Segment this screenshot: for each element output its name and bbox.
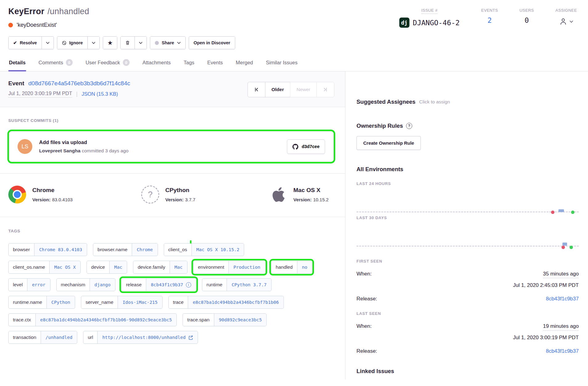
- newer-event-button[interactable]: Newer: [290, 82, 317, 97]
- stat-assignee: ASSIGNEE: [555, 8, 577, 28]
- commit-meta: committed 3 days ago: [82, 148, 129, 153]
- event-label: Event: [8, 80, 24, 86]
- tab-user-feedback[interactable]: User Feedback0: [85, 59, 130, 71]
- tag-value[interactable]: Mac OS X 10.15.2: [191, 243, 244, 256]
- tag-value[interactable]: http://localhost:8000/unhandled: [97, 331, 198, 344]
- assignee-selector[interactable]: [559, 16, 573, 26]
- share-button[interactable]: Share: [150, 37, 185, 49]
- create-ownership-rule-button[interactable]: Create Ownership Rule: [356, 136, 421, 150]
- tab-comments[interactable]: Comments0: [38, 59, 73, 71]
- issue-header: KeyError/unhandled 'keyDoesntExist' ISSU…: [0, 0, 588, 49]
- tag-trace: tracee8c87ba1dc494bb2a4346bcfbf7b1b06: [168, 296, 284, 309]
- ignore-dropdown-button[interactable]: [87, 37, 99, 49]
- last-seen-label: LAST SEEN: [356, 311, 579, 316]
- last-24-hours-label: LAST 24 HOURS: [356, 181, 579, 186]
- tag-value[interactable]: Idos-iMac-215: [118, 296, 162, 308]
- tag-value[interactable]: django: [90, 279, 115, 291]
- delete-button[interactable]: [121, 37, 135, 49]
- tag-value[interactable]: Production: [228, 261, 265, 273]
- resolve-button[interactable]: ✔ Resolve: [9, 37, 42, 49]
- sparkline-baseline: [356, 211, 579, 212]
- linked-issues-heading: Linked Issues: [356, 368, 579, 375]
- tag-key: release: [122, 279, 146, 291]
- tag-runtime.name: runtime.nameCPython: [8, 296, 75, 309]
- bookmark-star-button[interactable]: ★: [103, 37, 117, 49]
- tag-value[interactable]: Chrome 83.0.4103: [34, 243, 87, 256]
- page-title: KeyError/unhandled: [8, 7, 89, 16]
- older-event-button[interactable]: Older: [265, 82, 290, 97]
- help-icon[interactable]: ?: [406, 123, 412, 129]
- last-seen-section: LAST SEEN When: 19 minutes ago Jul 1, 20…: [356, 311, 579, 354]
- tag-server_name: server_nameIdos-iMac-215: [81, 296, 163, 309]
- tag-value[interactable]: 90d892c9eace3bc5: [214, 314, 267, 326]
- sidebar: Suggested Assignees Click to assign Owne…: [345, 71, 588, 380]
- release-label: Release:: [356, 296, 377, 302]
- tab-merged[interactable]: Merged: [235, 59, 254, 71]
- tag-value[interactable]: Mac: [109, 261, 127, 273]
- resolve-dropdown-button[interactable]: [42, 37, 54, 49]
- tag-trace.span: trace.span90d892c9eace3bc5: [183, 313, 267, 326]
- chevron-down-icon: [139, 42, 143, 44]
- tab-attachments[interactable]: Attachments: [142, 59, 171, 71]
- tab-details[interactable]: Details: [8, 59, 26, 71]
- newest-event-button[interactable]: [316, 82, 334, 97]
- tag-value[interactable]: CPython 3.7.7: [227, 279, 271, 291]
- share-status-dot-icon: [155, 41, 159, 45]
- version-value: 3.7.7: [185, 197, 195, 202]
- context-name: Chrome: [32, 187, 73, 194]
- last-seen-relative-time: 19 minutes ago: [543, 323, 579, 331]
- tag-value[interactable]: no: [297, 261, 312, 273]
- tag-key: runtime: [202, 279, 227, 291]
- stat-events: EVENTS 2: [481, 8, 498, 28]
- tag-value[interactable]: e8c87ba1dc494bb2a4346bcfbf7b1b06: [188, 296, 283, 308]
- tab-label: Events: [207, 60, 223, 66]
- ignore-label: Ignore: [69, 40, 83, 45]
- tag-key: device.family: [133, 261, 170, 273]
- tag-key: transaction: [9, 331, 41, 344]
- first-seen-release-link[interactable]: 8cb43f1c9b37: [546, 296, 579, 302]
- commit-sha-button[interactable]: d3d7cee: [287, 139, 325, 154]
- tag-value[interactable]: /unhandled: [41, 331, 77, 344]
- events-count[interactable]: 2: [487, 16, 492, 24]
- tag-value[interactable]: Mac OS X: [49, 261, 80, 273]
- tag-value[interactable]: 8cb43f1c9b37i: [146, 279, 196, 291]
- tag-value[interactable]: e8c87ba1dc494bb2a4346bcfbf7b1b06-90d892c…: [35, 314, 177, 326]
- issue-number-label: ISSUE #: [421, 8, 438, 14]
- last-seen-marker-icon: [570, 246, 573, 249]
- tag-value[interactable]: Mac: [170, 261, 187, 273]
- open-in-discover-button[interactable]: Open in Discover: [189, 37, 235, 49]
- tab-events[interactable]: Events: [207, 59, 223, 71]
- users-count[interactable]: 0: [525, 16, 529, 24]
- tag-value[interactable]: error: [27, 279, 50, 291]
- github-icon: [292, 144, 298, 150]
- tab-label: Details: [9, 60, 26, 66]
- avatar: LS: [18, 139, 32, 154]
- tag-value[interactable]: Chrome: [132, 243, 157, 256]
- json-download-link[interactable]: JSON (15.3 KB): [82, 91, 118, 97]
- tab-similar-issues[interactable]: Similar Issues: [265, 59, 298, 71]
- tag-key: url: [83, 331, 97, 344]
- suggested-assignees-heading: Suggested Assignees Click to assign: [356, 99, 579, 105]
- chevron-down-icon: [570, 20, 573, 23]
- last-seen-release-link[interactable]: 8cb43f1c9b37: [546, 348, 579, 354]
- event-contexts-section: Chrome Version:83.0.4103 ? CPython Versi…: [0, 174, 345, 217]
- tab-tags[interactable]: Tags: [183, 59, 195, 71]
- when-label: When:: [356, 323, 372, 329]
- issue-number-value[interactable]: DJANGO-46-2: [413, 19, 460, 27]
- oldest-event-button[interactable]: [248, 82, 265, 97]
- error-level-dot: [8, 23, 13, 27]
- last-30-days-label: LAST 30 DAYS: [356, 215, 579, 220]
- tag-value[interactable]: CPython: [46, 296, 75, 308]
- chevron-down-icon: [177, 42, 181, 44]
- tag-browser: browserChrome 83.0.4103: [8, 243, 87, 256]
- tag-row: browserChrome 83.0.4103browser.nameChrom…: [8, 243, 334, 256]
- delete-dropdown-button[interactable]: [135, 37, 147, 49]
- first-seen-marker-icon: [562, 246, 565, 249]
- ownership-rules-title: Ownership Rules: [356, 123, 403, 129]
- last-30-days-sparkline: [356, 220, 579, 250]
- stat-users: USERS 0: [520, 8, 534, 28]
- ignore-button[interactable]: Ignore: [57, 37, 87, 49]
- action-bar: ✔ Resolve Ignore ★: [8, 36, 579, 49]
- tab-label: User Feedback: [86, 60, 120, 66]
- event-id-link[interactable]: d08d7667e4a5476eb3b3db6d7f14c84c: [28, 80, 130, 86]
